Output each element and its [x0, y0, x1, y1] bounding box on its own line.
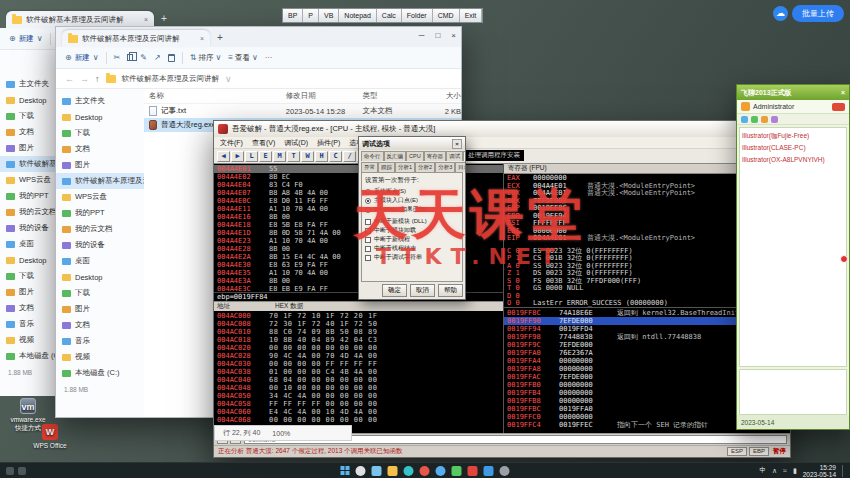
ime-indicator[interactable]: 中 — [759, 466, 766, 475]
register-button[interactable] — [832, 103, 845, 111]
dump-row[interactable]: 004AC04068 04 00 00 00 00 00 00 — [214, 376, 503, 384]
dump-row[interactable]: 004AC02000 00 00 00 00 00 00 00 — [214, 344, 503, 352]
debug-toolbar-button[interactable]: ▶ — [231, 151, 244, 162]
chat-icon[interactable] — [741, 116, 748, 123]
cut-icon[interactable]: ✂ — [114, 54, 121, 62]
dump-row[interactable]: 004AC01810 8B 40 04 89 42 04 C3 — [214, 336, 503, 344]
taskbar-icon-file-explorer[interactable] — [388, 466, 398, 476]
dialog-tab[interactable]: 异常 — [361, 162, 378, 172]
sidebar-item[interactable]: Desktop — [56, 269, 144, 285]
dump-row[interactable]: 004AC03000 00 00 00 FF FF FF FF — [214, 360, 503, 368]
taskbar-icon-search[interactable] — [356, 466, 366, 476]
share-icon[interactable]: ↗ — [154, 54, 161, 62]
more-button[interactable]: ··· — [265, 53, 273, 62]
message-input[interactable] — [739, 369, 847, 415]
widgets-icon[interactable] — [6, 467, 14, 475]
copy-icon[interactable] — [127, 54, 133, 61]
sidebar-item[interactable]: 主文件夹 — [56, 93, 144, 109]
dump-row[interactable]: 004AC03801 00 00 00 C4 4B 4A 00 — [214, 368, 503, 376]
sidebar-item[interactable]: Desktop — [56, 109, 144, 125]
sidebar-item[interactable]: 图片 — [56, 301, 144, 317]
debug-toolbar-button[interactable]: T — [287, 151, 300, 162]
quick-button-calc[interactable]: Calc — [377, 9, 402, 22]
checkbox-option[interactable]: 中断于模块卸载 — [365, 226, 459, 235]
checkbox[interactable] — [365, 255, 371, 261]
dialog-titlebar[interactable]: 调试选项 × — [359, 137, 465, 150]
sidebar-item[interactable]: WPS云盘 — [56, 189, 144, 205]
feiliao-titlebar[interactable]: 飞聊2013正式版 × — [737, 85, 849, 100]
menu-item[interactable]: 文件(F) — [220, 138, 243, 148]
menu-item[interactable]: 查看(V) — [252, 138, 275, 148]
dump-row[interactable]: 004AC060E4 4C 4A 00 10 4D 4A 00 — [214, 408, 503, 416]
sidebar-item[interactable]: 我的云文档 — [56, 221, 144, 237]
buddy-item[interactable]: Illustrator(咖Fujie-Free) — [742, 130, 844, 142]
quick-button-vb[interactable]: VB — [319, 9, 339, 22]
debug-toolbar-button[interactable]: H — [315, 151, 328, 162]
new-tab-button[interactable]: + — [161, 14, 167, 24]
checkbox-option[interactable]: 中断于新模块 (DLL) — [365, 217, 459, 226]
dialog-button[interactable]: 帮助 — [438, 284, 463, 297]
upload-button[interactable]: 批量上传 — [792, 5, 844, 22]
new-tab-button[interactable]: + — [217, 33, 223, 43]
tab-close-icon[interactable]: × — [144, 16, 148, 23]
dialog-tab[interactable]: 跟踪 — [378, 162, 395, 172]
notification-badge[interactable] — [840, 255, 848, 263]
checkbox-option[interactable]: 中断于线程结束 — [365, 244, 459, 253]
forward-icon[interactable]: → — [80, 74, 89, 84]
menu-item[interactable]: 插件(P) — [317, 138, 340, 148]
desktop-icon-wps-office[interactable]: WWPS Office — [22, 424, 78, 450]
sidebar-item[interactable]: 我的PPT — [56, 205, 144, 221]
sidebar-item[interactable]: 音乐 — [56, 333, 144, 349]
dump-row[interactable]: 004AC058FF FF FF FF 00 00 00 00 — [214, 400, 503, 408]
buddy-item[interactable]: Illustrator(OX-A8LPVNYIVH) — [742, 154, 844, 166]
checkbox[interactable] — [365, 237, 371, 243]
taskbar-icon-chrome[interactable] — [420, 466, 430, 476]
debug-toolbar-button[interactable]: L — [245, 151, 258, 162]
dialog-tab[interactable]: 分析3 — [435, 162, 455, 172]
checkbox-option[interactable]: 中断于新线程 — [365, 235, 459, 244]
back-icon[interactable]: ← — [65, 74, 74, 84]
dialog-tab[interactable]: 分析2 — [415, 162, 435, 172]
sidebar-item[interactable]: 我的设备 — [56, 237, 144, 253]
close-icon[interactable]: × — [841, 89, 845, 96]
quick-button-notepad[interactable]: Notepad — [339, 9, 376, 22]
sidebar-item[interactable]: 文档 — [56, 141, 144, 157]
quick-button-folder[interactable]: Folder — [402, 9, 433, 22]
dump-row[interactable]: 004AC06800 00 00 00 00 00 00 00 — [214, 416, 503, 424]
dialog-tab[interactable]: 分析1 — [395, 162, 415, 172]
battery-icon[interactable]: ▮ — [793, 467, 797, 475]
sidebar-item[interactable]: 软件破解基本原理及云间讲解 — [56, 173, 144, 189]
checkbox[interactable] — [365, 228, 371, 234]
taskbar-icon-start[interactable] — [341, 466, 350, 475]
contacts-icon[interactable] — [751, 116, 758, 123]
file-row[interactable]: 记事.txt2023-05-14 15:28文本文档2 KB — [144, 104, 461, 118]
radio-button[interactable] — [365, 198, 371, 204]
sidebar-item[interactable]: 下载 — [56, 125, 144, 141]
dialog-tab[interactable]: 命令行 — [361, 151, 384, 161]
sidebar-item[interactable]: 本地磁盘 (C:) — [56, 365, 144, 381]
debug-toolbar-button[interactable]: M — [273, 151, 286, 162]
radio-option[interactable]: 主模块入口点(E) — [365, 196, 459, 205]
network-icon[interactable]: ≈ — [783, 467, 787, 474]
weather-icon[interactable] — [18, 467, 26, 475]
maximize-icon[interactable]: □ — [435, 31, 440, 40]
buddy-item[interactable]: Illustrator(CLASE-PC) — [742, 142, 844, 154]
radio-button[interactable] — [365, 189, 371, 195]
sidebar-item[interactable]: 视频 — [56, 349, 144, 365]
taskbar-icon-vscode[interactable] — [484, 466, 494, 476]
radio-option[interactable]: WinMain (如果已知) — [365, 205, 459, 214]
dump-row[interactable]: 004AC00070 1F 72 10 1F 72 20 1F — [214, 312, 503, 320]
menu-item[interactable]: 调试(D) — [284, 138, 308, 148]
sort-button[interactable]: ⇅ 排序 ∨ — [190, 53, 222, 63]
debug-toolbar-button[interactable]: W — [301, 151, 314, 162]
memory-dump-pane[interactable]: 004AC00070 1F 72 10 1F 72 20 1F004AC0087… — [214, 311, 503, 433]
rename-icon[interactable]: ✎ — [140, 54, 147, 62]
debug-toolbar-button[interactable]: ◀ — [217, 151, 230, 162]
dump-row[interactable]: 004AC04800 10 00 00 00 00 00 00 — [214, 384, 503, 392]
dump-row[interactable]: 004AC05034 4C 4A 00 00 00 00 00 — [214, 392, 503, 400]
quick-button-bp[interactable]: BP — [283, 9, 303, 22]
sidebar-item[interactable]: 文档 — [56, 317, 144, 333]
sidebar-item[interactable]: 桌面 — [56, 253, 144, 269]
taskbar-icon-settings[interactable] — [500, 466, 510, 476]
sidebar-item[interactable]: 图片 — [56, 157, 144, 173]
